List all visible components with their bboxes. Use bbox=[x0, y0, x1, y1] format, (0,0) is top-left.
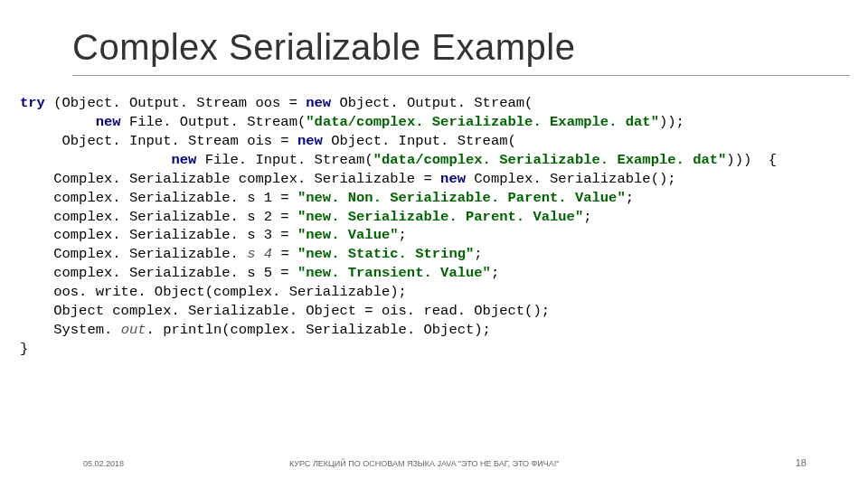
code-string: "data/complex. Serializable. Example. da… bbox=[373, 152, 727, 168]
code-text: Object complex. Serializable. Object = o… bbox=[20, 303, 550, 319]
code-text: complex. Serializable. s 1 = bbox=[20, 190, 297, 206]
slide-title: Complex Serializable Example bbox=[72, 27, 868, 68]
code-text: ))) { bbox=[726, 152, 777, 168]
code-string: "data/complex. Serializable. Example. da… bbox=[306, 114, 659, 130]
code-static: out bbox=[121, 322, 146, 338]
code-string: "new. Transient. Value" bbox=[297, 265, 491, 281]
code-keyword-new: new bbox=[171, 152, 204, 168]
code-text: ; bbox=[399, 227, 407, 243]
code-text: Object. Input. Stream( bbox=[331, 133, 516, 149]
code-string: "new. Serializable. Parent. Value" bbox=[297, 209, 583, 225]
code-text: ; bbox=[474, 246, 482, 262]
code-string: "new. Static. String" bbox=[297, 246, 474, 262]
code-text: File. Output. Stream( bbox=[129, 114, 306, 130]
code-text: Complex. Serializable complex. Serializa… bbox=[20, 171, 440, 187]
code-text: Object. Output. Stream( bbox=[339, 95, 533, 111]
code-keyword-new: new bbox=[440, 171, 474, 187]
code-text: Object. Input. Stream ois = bbox=[20, 133, 297, 149]
footer-course-title: КУРС ЛЕКЦИЙ ПО ОСНОВАМ ЯЗЫКА JAVA "ЭТО Н… bbox=[289, 459, 560, 468]
code-block: try (Object. Output. Stream oos = new Ob… bbox=[0, 76, 868, 359]
code-text: . println(complex. Serializable. Object)… bbox=[146, 322, 491, 338]
footer-date: 05.02.2018 bbox=[83, 459, 124, 468]
code-keyword-try: try bbox=[20, 95, 45, 111]
footer-page-number: 18 bbox=[796, 457, 807, 468]
code-static: s 4 bbox=[247, 246, 280, 262]
code-string: "new. Non. Serializable. Parent. Value" bbox=[297, 190, 626, 206]
code-text: )); bbox=[659, 114, 684, 130]
code-text: Complex. Serializable. bbox=[20, 246, 247, 262]
code-text: complex. Serializable. s 2 = bbox=[20, 209, 297, 225]
code-text: = bbox=[280, 246, 297, 262]
code-keyword-new: new bbox=[96, 114, 129, 130]
code-text: } bbox=[20, 341, 28, 357]
code-text: ; bbox=[626, 190, 634, 206]
code-text: ; bbox=[491, 265, 499, 281]
code-text: Complex. Serializable(); bbox=[474, 171, 675, 187]
code-text: complex. Serializable. s 3 = bbox=[20, 227, 297, 243]
code-text: File. Input. Stream( bbox=[205, 152, 373, 168]
code-keyword-new: new bbox=[306, 95, 339, 111]
code-string: "new. Value" bbox=[297, 227, 399, 243]
code-text: (Object. Output. Stream oos = bbox=[45, 95, 306, 111]
code-text: ; bbox=[583, 209, 591, 225]
code-keyword-new: new bbox=[297, 133, 331, 149]
code-text: complex. Serializable. s 5 = bbox=[20, 265, 297, 281]
code-text: System. bbox=[20, 322, 121, 338]
code-text bbox=[20, 152, 171, 168]
slide-header: Complex Serializable Example bbox=[0, 0, 868, 76]
code-text: oos. write. Object(complex. Serializable… bbox=[20, 284, 407, 300]
code-text bbox=[20, 114, 96, 130]
